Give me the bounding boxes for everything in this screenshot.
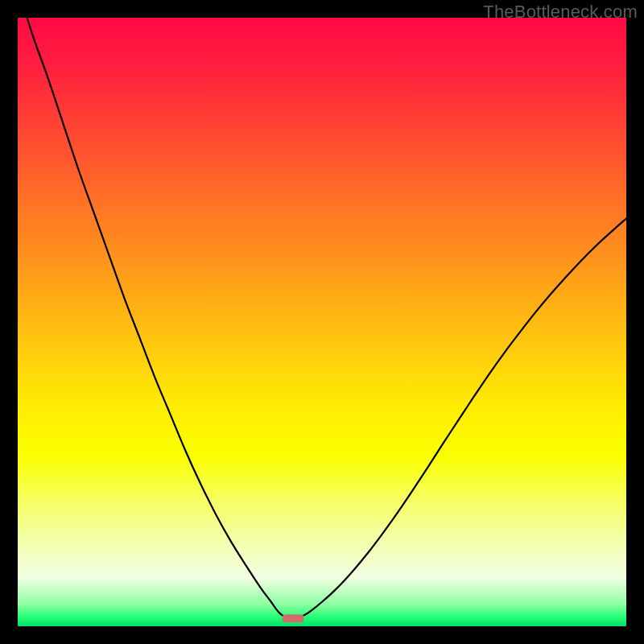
chart-svg	[18, 18, 626, 626]
chart-frame: TheBottleneck.com	[0, 0, 644, 644]
chart-background	[18, 18, 626, 626]
chart-plot	[18, 18, 626, 626]
valley-marker	[283, 614, 303, 622]
